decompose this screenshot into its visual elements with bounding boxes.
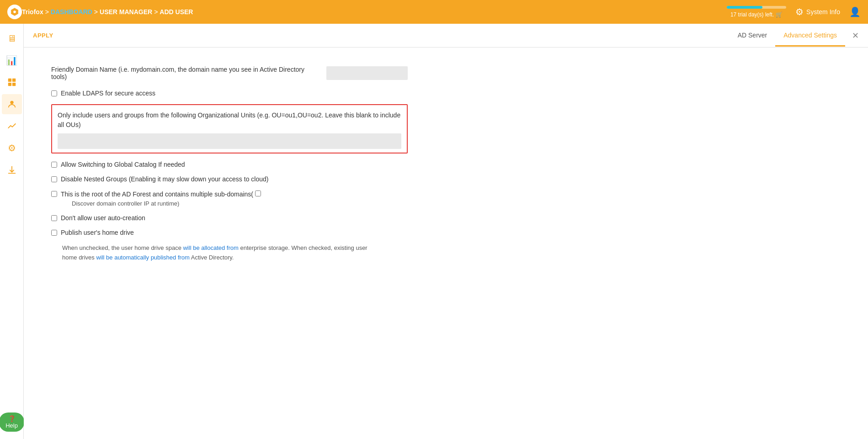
- publish-home-drive-checkbox[interactable]: [51, 230, 57, 236]
- allow-global-catalog-row: Allow Switching to Global Catalog If nee…: [51, 161, 408, 168]
- main-content: APPLY AD Server Advanced Settings ✕ Frie…: [24, 24, 868, 439]
- close-button[interactable]: ✕: [852, 31, 859, 41]
- home-drive-info-line2: home drives will be automatically publis…: [62, 254, 234, 261]
- cart-icon[interactable]: 🛒: [776, 11, 783, 18]
- tab-group: AD Server Advanced Settings: [730, 25, 845, 46]
- publish-home-drive-row: Publish user's home drive: [51, 229, 408, 236]
- sidebar-item-dashboard[interactable]: 📊: [2, 50, 22, 70]
- brand-logo: [7, 5, 22, 19]
- discover-dc-label: Discover domain controller IP at runtime…: [72, 200, 263, 207]
- trial-bar: [727, 6, 762, 9]
- trial-text: 17 trial day(s) left. 🛒: [730, 11, 783, 18]
- tab-ad-server[interactable]: AD Server: [730, 25, 776, 47]
- breadcrumb: Triofox > DASHBOARD > USER MANAGER > ADD…: [22, 8, 193, 16]
- sidebar-item-chart[interactable]: [2, 116, 22, 136]
- svg-rect-3: [8, 83, 11, 86]
- svg-point-5: [10, 101, 13, 104]
- help-button[interactable]: ❓ Help: [0, 413, 24, 432]
- ou-section: Only include users and groups from the f…: [51, 104, 408, 153]
- ad-forest-label-group: This is the root of the AD Forest and co…: [61, 190, 263, 207]
- enable-ldaps-row: Enable LDAPS for secure access: [51, 90, 408, 97]
- breadcrumb-add-user: ADD USER: [160, 8, 193, 16]
- panel-topbar: APPLY AD Server Advanced Settings ✕: [24, 24, 868, 48]
- home-drive-info-line1: When unchecked, the user home drive spac…: [62, 244, 367, 251]
- ad-forest-label: This is the root of the AD Forest and co…: [61, 190, 253, 198]
- form-area: Friendly Domain Name (i.e. mydomain.com,…: [24, 48, 435, 281]
- friendly-domain-input[interactable]: [326, 66, 408, 80]
- discover-dc-inline-checkbox[interactable]: [255, 190, 261, 196]
- disable-nested-groups-label: Disable Nested Groups (Enabling it may s…: [61, 175, 268, 183]
- disable-nested-groups-row: Disable Nested Groups (Enabling it may s…: [51, 175, 408, 183]
- gear-icon: ⚙: [795, 6, 804, 17]
- ad-forest-row: This is the root of the AD Forest and co…: [51, 190, 408, 207]
- sidebar-item-monitor[interactable]: 🖥: [2, 28, 22, 48]
- app-layout: 🖥 📊 ⚙: [0, 24, 868, 439]
- trial-bar-container: [727, 6, 786, 9]
- sidebar-item-download[interactable]: [2, 160, 22, 180]
- friendly-domain-label: Friendly Domain Name (i.e. mydomain.com,…: [51, 66, 319, 80]
- svg-rect-4: [12, 83, 15, 86]
- sidebar-item-settings[interactable]: ⚙: [2, 138, 22, 158]
- system-info-label: System Info: [806, 8, 840, 16]
- svg-rect-1: [8, 79, 11, 82]
- no-auto-creation-row: Don't allow user auto-creation: [51, 214, 408, 222]
- navbar: Triofox > DASHBOARD > USER MANAGER > ADD…: [0, 0, 868, 24]
- breadcrumb-dashboard[interactable]: DASHBOARD: [51, 8, 92, 16]
- sidebar-bottom: ❓ Help: [0, 413, 23, 439]
- sidebar-item-files[interactable]: [2, 72, 22, 92]
- sidebar-item-users[interactable]: [2, 94, 22, 114]
- no-auto-creation-label: Don't allow user auto-creation: [61, 214, 145, 222]
- brand-name: Triofox: [22, 8, 43, 16]
- breadcrumb-user-manager[interactable]: USER MANAGER: [100, 8, 152, 16]
- apply-button[interactable]: APPLY: [33, 32, 53, 39]
- disable-nested-groups-checkbox[interactable]: [51, 176, 57, 182]
- svg-rect-2: [12, 79, 15, 82]
- allow-global-catalog-label: Allow Switching to Global Catalog If nee…: [61, 161, 185, 168]
- publish-home-drive-label: Publish user's home drive: [61, 229, 134, 236]
- no-auto-creation-checkbox[interactable]: [51, 215, 57, 221]
- enable-ldaps-checkbox[interactable]: [51, 90, 57, 96]
- logo-icon: [7, 5, 22, 19]
- trial-info: 17 trial day(s) left. 🛒: [727, 6, 786, 18]
- friendly-domain-row: Friendly Domain Name (i.e. mydomain.com,…: [51, 66, 408, 80]
- sidebar: 🖥 📊 ⚙: [0, 24, 24, 439]
- ad-forest-checkbox[interactable]: [51, 191, 57, 197]
- system-info-button[interactable]: ⚙ System Info: [795, 6, 840, 17]
- user-avatar-icon[interactable]: 👤: [849, 6, 861, 17]
- allow-global-catalog-checkbox[interactable]: [51, 162, 57, 168]
- ou-description: Only include users and groups from the f…: [58, 111, 401, 130]
- navbar-right: 17 trial day(s) left. 🛒 ⚙ System Info 👤: [727, 6, 861, 18]
- svg-point-0: [13, 11, 16, 13]
- svg-rect-6: [8, 173, 16, 174]
- tab-advanced-settings[interactable]: Advanced Settings: [775, 25, 845, 47]
- home-drive-info: When unchecked, the user home drive spac…: [62, 243, 408, 263]
- enable-ldaps-label: Enable LDAPS for secure access: [61, 90, 155, 97]
- ou-input[interactable]: [58, 133, 401, 149]
